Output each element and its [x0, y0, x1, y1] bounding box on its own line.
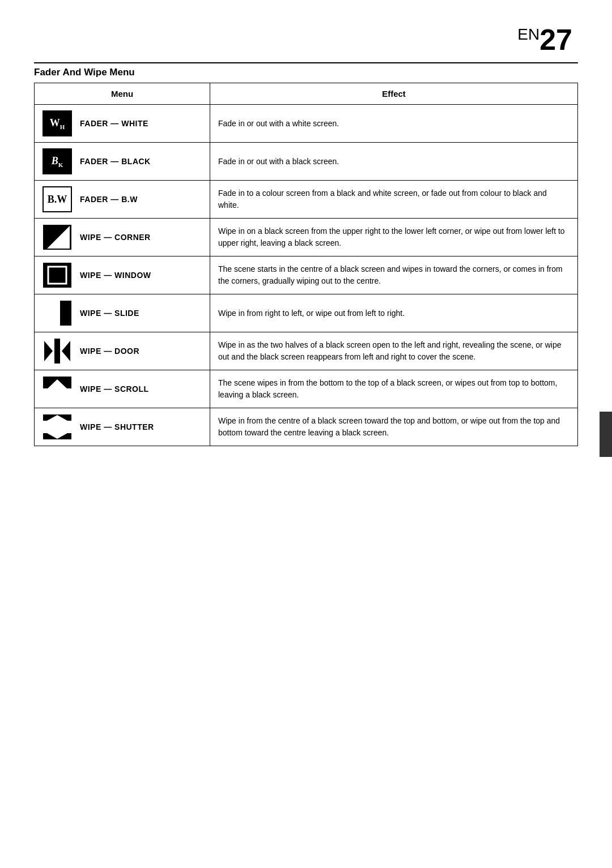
svg-rect-5 — [43, 301, 60, 326]
en-label: EN — [517, 25, 539, 43]
menu-label-4: WIPE — WINDOW — [80, 271, 151, 280]
svg-rect-16 — [43, 421, 71, 433]
menu-cell-3: WIPE — CORNER — [35, 219, 210, 256]
fader-wipe-table: Menu Effect WHFADER — WHITEFade in or ou… — [34, 83, 578, 446]
effect-cell-7: The scene wipes in from the bottom to th… — [210, 370, 578, 408]
menu-cell-0: WHFADER — WHITE — [35, 105, 210, 143]
table-row: WIPE — DOORWipe in as the two halves of … — [35, 332, 578, 370]
table-row: WIPE — SLIDEWipe in from right to left, … — [35, 294, 578, 332]
effect-cell-8: Wipe in from the centre of a black scree… — [210, 408, 578, 446]
menu-label-0: FADER — WHITE — [80, 119, 148, 128]
menu-cell-inner-2: B.WFADER — B.W — [42, 186, 202, 212]
menu-cell-6: WIPE — DOOR — [35, 332, 210, 370]
right-tab — [600, 412, 612, 457]
effect-cell-0: Fade in or out with a white screen. — [210, 105, 578, 143]
section-title: Fader And Wipe Menu — [34, 62, 578, 78]
effect-cell-2: Fade in to a colour screen from a black … — [210, 181, 578, 219]
menu-label-8: WIPE — SHUTTER — [80, 422, 154, 431]
page-header: EN27 — [34, 23, 578, 57]
table-row: WIPE — SCROLLThe scene wipes in from the… — [35, 370, 578, 408]
effect-cell-4: The scene starts in the centre of a blac… — [210, 256, 578, 294]
menu-cell-inner-1: BKFADER — BLACK — [42, 148, 202, 174]
door-icon — [42, 338, 72, 364]
effect-cell-3: Wipe in on a black screen from the upper… — [210, 219, 578, 256]
shutter-icon — [42, 414, 72, 440]
scroll-icon — [42, 376, 72, 402]
menu-label-6: WIPE — DOOR — [80, 347, 139, 356]
menu-cell-5: WIPE — SLIDE — [35, 294, 210, 332]
menu-cell-inner-8: WIPE — SHUTTER — [42, 414, 202, 440]
bk-icon: BK — [42, 148, 72, 174]
shutter-icon — [42, 414, 72, 440]
table-row: WHFADER — WHITEFade in or out with a whi… — [35, 105, 578, 143]
bw-icon: B.W — [42, 186, 72, 212]
window-icon — [42, 262, 72, 288]
table-row: WIPE — CORNERWipe in on a black screen f… — [35, 219, 578, 256]
col-effect-header: Effect — [210, 83, 578, 105]
slide-icon — [42, 300, 72, 326]
effect-cell-6: Wipe in as the two halves of a black scr… — [210, 332, 578, 370]
menu-cell-1: BKFADER — BLACK — [35, 143, 210, 181]
menu-label-7: WIPE — SCROLL — [80, 384, 149, 394]
menu-cell-inner-5: WIPE — SLIDE — [42, 300, 202, 326]
table-row: BKFADER — BLACKFade in or out with a bla… — [35, 143, 578, 181]
menu-cell-inner-4: WIPE — WINDOW — [42, 262, 202, 288]
bk-icon: BK — [42, 148, 72, 174]
menu-label-2: FADER — B.W — [80, 195, 138, 204]
svg-rect-13 — [43, 388, 71, 401]
wh-icon: WH — [42, 110, 72, 136]
col-menu-header: Menu — [35, 83, 210, 105]
scroll-icon — [42, 376, 72, 402]
page-number: 27 — [539, 23, 572, 56]
menu-cell-inner-6: WIPE — DOOR — [42, 338, 202, 364]
menu-label-1: FADER — BLACK — [80, 157, 151, 166]
menu-cell-7: WIPE — SCROLL — [35, 370, 210, 408]
bw-icon: B.W — [42, 186, 72, 212]
effect-cell-5: Wipe in from right to left, or wipe out … — [210, 294, 578, 332]
table-row: WIPE — WINDOWThe scene starts in the cen… — [35, 256, 578, 294]
menu-cell-8: WIPE — SHUTTER — [35, 408, 210, 446]
window-icon — [42, 262, 72, 288]
menu-label-3: WIPE — CORNER — [80, 233, 151, 242]
menu-cell-inner-7: WIPE — SCROLL — [42, 376, 202, 402]
menu-cell-inner-0: WHFADER — WHITE — [42, 110, 202, 136]
table-row: B.WFADER — B.WFade in to a colour screen… — [35, 181, 578, 219]
wh-icon: WH — [42, 110, 72, 136]
corner-icon — [42, 224, 72, 250]
door-icon — [42, 338, 72, 364]
menu-cell-2: B.WFADER — B.W — [35, 181, 210, 219]
menu-label-5: WIPE — SLIDE — [80, 309, 139, 318]
corner-icon — [42, 224, 72, 250]
table-row: WIPE — SHUTTERWipe in from the centre of… — [35, 408, 578, 446]
menu-cell-4: WIPE — WINDOW — [35, 256, 210, 294]
slide-icon — [42, 300, 72, 326]
menu-cell-inner-3: WIPE — CORNER — [42, 224, 202, 250]
effect-cell-1: Fade in or out with a black screen. — [210, 143, 578, 181]
